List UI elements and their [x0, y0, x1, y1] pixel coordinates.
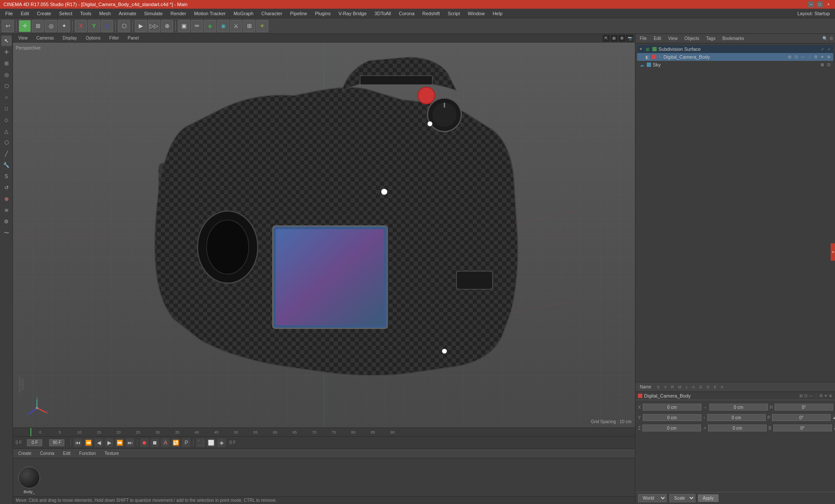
- attr-z-pos2[interactable]: [708, 424, 767, 431]
- vp-expand[interactable]: ⇱: [603, 35, 610, 42]
- obj-toolbar-objects[interactable]: Objects: [682, 35, 702, 42]
- attr-x-pos[interactable]: [643, 404, 701, 411]
- menu-item-tools[interactable]: Tools: [77, 10, 95, 17]
- toolbar-move[interactable]: ✛: [19, 20, 31, 32]
- transport-play[interactable]: ▶: [105, 438, 114, 447]
- attr-z-pos[interactable]: [642, 424, 701, 431]
- obj-ctrl-camera-4[interactable]: ⋮: [807, 54, 812, 60]
- vp-tab-view[interactable]: View: [15, 35, 31, 41]
- menu-item-window[interactable]: Window: [464, 10, 488, 17]
- toolbar-render1[interactable]: ▶: [135, 20, 147, 32]
- tool-diamond[interactable]: ◇: [1, 115, 12, 125]
- frame-input[interactable]: [27, 439, 42, 446]
- attr-y-spinner-up[interactable]: ▲: [832, 414, 835, 421]
- toolbar-scale[interactable]: ⊞: [32, 20, 44, 32]
- tool-move[interactable]: ✛: [1, 47, 12, 57]
- attr-obj-ctrl6[interactable]: ✦: [824, 394, 828, 398]
- menu-item-simulate[interactable]: Simulate: [140, 10, 166, 17]
- menu-item-mesh[interactable]: Mesh: [96, 10, 114, 17]
- vp-settings[interactable]: ⚙: [618, 35, 625, 42]
- transport-loop[interactable]: 🔁: [171, 438, 180, 447]
- attr-obj-ctrl4[interactable]: ⋮: [814, 394, 818, 398]
- attr-obj-ctrl2[interactable]: ⊡: [804, 394, 808, 398]
- vp-tab-panel[interactable]: Panel: [124, 35, 143, 41]
- vp-tab-options[interactable]: Options: [82, 35, 104, 41]
- fps-input[interactable]: [49, 439, 64, 446]
- obj-ctrl-sky-2[interactable]: ⊡: [826, 62, 832, 67]
- attr-p-val[interactable]: [772, 414, 831, 421]
- obj-search-icon[interactable]: 🔍: [822, 36, 828, 41]
- toolbar-grid[interactable]: ⊞: [243, 20, 255, 32]
- transport-record[interactable]: ⏺: [140, 438, 149, 447]
- tool-rotate[interactable]: ◎: [1, 70, 12, 80]
- toolbar-green[interactable]: ◈: [204, 20, 216, 32]
- attr-y-pos[interactable]: [643, 414, 701, 421]
- vp-tab-filter[interactable]: Filter: [106, 35, 122, 41]
- mat-tab-corona[interactable]: Corona: [37, 450, 58, 457]
- tool-square[interactable]: □: [1, 103, 12, 114]
- toolbar-object[interactable]: ⬡: [118, 20, 130, 32]
- tool-wave[interactable]: 〜: [1, 228, 12, 238]
- attr-obj-ctrl5[interactable]: ⚙: [819, 394, 823, 398]
- toolbar-render2[interactable]: ▷▷: [148, 20, 160, 32]
- toolbar-rotate[interactable]: ◎: [45, 20, 57, 32]
- menu-item-script[interactable]: Script: [444, 10, 463, 17]
- transport-goto-end[interactable]: ⏭: [126, 438, 134, 447]
- material-swatch[interactable]: Body_: [18, 467, 40, 488]
- maximize-button[interactable]: □: [817, 1, 823, 7]
- toolbar-y-axis[interactable]: Y: [88, 20, 100, 32]
- obj-ctrl-camera-7[interactable]: ⊕: [826, 54, 832, 60]
- toolbar-z-axis[interactable]: Z: [101, 20, 113, 32]
- toolbar-teal[interactable]: ◉: [217, 20, 229, 32]
- mat-tab-texture[interactable]: Texture: [101, 450, 122, 457]
- toolbar-paint[interactable]: ✏: [191, 20, 203, 32]
- attr-obj-ctrl7[interactable]: ⊕: [829, 394, 832, 398]
- toolbar-light[interactable]: ☀: [256, 20, 268, 32]
- toolbar-cube[interactable]: ▣: [178, 20, 190, 32]
- mat-tab-function[interactable]: Function: [76, 450, 99, 457]
- attr-b-val[interactable]: [773, 424, 832, 431]
- attr-toolbar-name[interactable]: Name: [637, 384, 654, 390]
- menu-item-redshift[interactable]: Redshift: [419, 10, 443, 17]
- obj-ctrl-sky-1[interactable]: ⊞: [820, 62, 825, 67]
- transport-play-reverse[interactable]: ◀: [94, 438, 103, 447]
- obj-ctrl-camera-5[interactable]: ⚙: [813, 54, 818, 60]
- menu-item--dtoall[interactable]: 3DToAll: [371, 10, 394, 17]
- attr-y-pos2[interactable]: [707, 414, 766, 421]
- menu-item-create[interactable]: Create: [33, 10, 55, 17]
- toolbar-knife[interactable]: ⚔: [230, 20, 242, 32]
- viewport-3d[interactable]: Perspective Grid Spacing : 10 cm Y X Z: [13, 43, 635, 428]
- tool-gear[interactable]: ⚙: [1, 216, 12, 227]
- tool-wrench[interactable]: 🔧: [1, 160, 12, 170]
- tool-magnet[interactable]: ⊕: [1, 194, 12, 204]
- obj-toolbar-file[interactable]: File: [637, 35, 649, 42]
- tool-refresh[interactable]: ↺: [1, 182, 12, 193]
- vp-maximize[interactable]: ⊞: [611, 35, 618, 42]
- timeline[interactable]: 051015202530354045505560657075808590: [13, 428, 635, 436]
- mat-tab-edit[interactable]: Edit: [60, 450, 74, 457]
- tool-grid2[interactable]: ≋: [1, 205, 12, 216]
- transport-keyframe1[interactable]: ⬛: [196, 438, 205, 447]
- menu-item-help[interactable]: Help: [489, 10, 506, 17]
- tool-spline[interactable]: S: [1, 171, 12, 182]
- attr-obj-ctrl1[interactable]: ⊞: [799, 394, 803, 398]
- menu-item-select[interactable]: Select: [56, 10, 76, 17]
- transport-keyframe3[interactable]: ◈: [217, 438, 226, 447]
- attr-apply-button[interactable]: Apply: [698, 494, 718, 502]
- obj-ctrl-camera-6[interactable]: ✦: [820, 54, 825, 60]
- toolbar-add[interactable]: ✦: [58, 20, 70, 32]
- obj-filter-icon[interactable]: ⚙: [829, 36, 833, 41]
- obj-ctrl-check1[interactable]: ✓: [820, 46, 825, 52]
- transport-mode[interactable]: P: [182, 438, 190, 447]
- obj-toolbar-tags[interactable]: Tags: [704, 35, 718, 42]
- obj-item-sky[interactable]: ☁ Sky ⊞ ⊡: [637, 61, 833, 69]
- menu-item-plugins[interactable]: Plugins: [311, 10, 334, 17]
- window-controls[interactable]: − □ ×: [808, 1, 832, 7]
- tool-line[interactable]: ╱: [1, 149, 12, 159]
- vp-tab-cameras[interactable]: Cameras: [33, 35, 58, 41]
- menu-item-motion-tracker[interactable]: Motion Tracker: [190, 10, 229, 17]
- tool-triangle[interactable]: △: [1, 126, 12, 136]
- menu-item-character[interactable]: Character: [258, 10, 286, 17]
- obj-toolbar-bookmarks[interactable]: Bookmarks: [720, 35, 747, 42]
- minimize-button[interactable]: −: [808, 1, 814, 7]
